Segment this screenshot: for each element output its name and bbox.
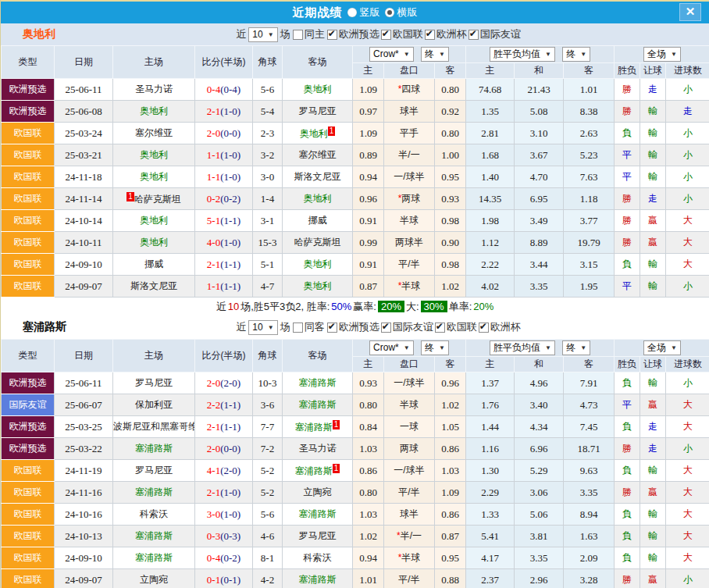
league-filter-checkbox[interactable]: 国际友谊	[381, 320, 433, 334]
league-filter-checkbox[interactable]: 欧洲杯	[425, 27, 467, 41]
league-filter-checkbox[interactable]: 欧国联	[435, 320, 477, 334]
goals-outcome: 小	[666, 372, 709, 394]
checkbox-icon[interactable]	[327, 30, 337, 40]
fulltime-score: 2-1	[207, 105, 220, 117]
result-outcome: 負	[615, 416, 640, 438]
handicap: 球半	[384, 504, 435, 526]
goals-outcome: 走	[666, 101, 709, 123]
checkbox-icon[interactable]	[435, 323, 445, 333]
home-odds: 1.03	[353, 438, 384, 460]
same-home-checkbox[interactable]: 同主	[293, 27, 325, 41]
avg-home: 2.37	[466, 569, 515, 588]
goals-outcome: 小	[666, 79, 709, 101]
home-team-name: 奥地利	[140, 171, 168, 182]
league-filter-checkbox[interactable]: 欧洲杯	[479, 320, 521, 334]
odds-group-header: Crow*▼ 终▼	[353, 340, 466, 357]
away-team: 塞尔维亚	[283, 144, 353, 166]
league-badge: 欧国联	[2, 123, 55, 144]
checkbox-label: 欧洲杯	[436, 27, 467, 41]
checkbox-icon[interactable]	[381, 323, 391, 333]
home-team: 塞浦路斯	[113, 526, 195, 547]
match-row: 欧洲预选 25-03-22 塞浦路斯 2-0(0-0) 7-2 圣马力诺 1.0…	[2, 438, 709, 460]
checkbox-icon[interactable]	[293, 323, 303, 333]
handicap: *半球	[384, 276, 435, 298]
final-odds-dropdown[interactable]: 终▼	[421, 47, 449, 62]
checkbox-icon[interactable]	[479, 323, 489, 333]
layout-radio-horizontal[interactable]: 横版	[385, 5, 418, 20]
score-cell: 5-1(1-1)	[195, 210, 253, 232]
final-value: 终	[566, 341, 575, 355]
league-filter-group: 欧洲预选国际友谊欧国联欧洲杯	[327, 320, 521, 334]
avg-away: 7.91	[564, 372, 615, 394]
final-odds-dropdown[interactable]: 终▼	[421, 340, 449, 355]
checkbox-icon[interactable]	[469, 30, 479, 40]
handicap-outcome: 贏	[640, 482, 666, 504]
bookmaker-dropdown[interactable]: Crow*▼	[369, 47, 414, 62]
checkbox-icon[interactable]	[293, 30, 303, 40]
match-row: 欧国联 24-11-16 塞浦路斯 2-1(1-0) 5-2 立陶宛 0.80 …	[2, 482, 709, 504]
result-outcome: 平	[615, 276, 640, 298]
fulltime-score: 2-1	[207, 421, 220, 433]
home-team-name: 波斯尼亚和黑塞哥维那	[113, 421, 195, 432]
same-away-checkbox[interactable]: 同客	[293, 320, 325, 334]
home-team-name: 立陶宛	[140, 574, 168, 585]
avg-home: 14.35	[466, 188, 515, 210]
avg-dropdown[interactable]: 胜平负均值▼	[490, 340, 555, 355]
checkbox-icon[interactable]	[327, 323, 337, 333]
scope-dropdown[interactable]: 全场▼	[643, 47, 681, 62]
league-badge: 欧国联	[2, 144, 55, 166]
match-date: 25-06-11	[55, 79, 113, 101]
away-team-name: 科索沃	[304, 552, 332, 563]
goals-outcome: 小	[666, 123, 709, 144]
fulltime-score: 2-2	[207, 399, 220, 411]
final-avg-dropdown[interactable]: 终▼	[562, 340, 590, 355]
home-team-name: 塞浦路斯	[135, 552, 173, 563]
avg-dropdown[interactable]: 胜平负均值▼	[490, 47, 555, 62]
handicap: 一/球半	[384, 166, 435, 188]
subheader-result: 胜负	[615, 63, 640, 79]
austria-section-bar: 奥地利 近 10▼ 场 同主 欧洲预选欧国联欧洲杯国际友谊	[1, 23, 709, 45]
match-row: 欧国联 24-11-14 1哈萨克斯坦 0-2(0-2) 1-4 奥地利 0.9…	[2, 188, 709, 210]
league-filter-checkbox[interactable]: 国际友谊	[469, 27, 521, 41]
home-odds: 0.91	[353, 210, 384, 232]
radio-checked-icon[interactable]	[385, 8, 394, 17]
cyprus-filters: 近 10▼ 场 同客 欧洲预选国际友谊欧国联欧洲杯	[189, 320, 520, 335]
result-outcome: 勝	[615, 188, 640, 210]
chevron-down-icon: ▼	[268, 324, 274, 331]
corners: 5-4	[253, 101, 283, 123]
league-badge: 欧国联	[2, 188, 55, 210]
summary-segment: 大:	[406, 300, 419, 314]
col-header-home: 主场	[113, 46, 195, 79]
checkbox-icon[interactable]	[381, 30, 391, 40]
match-row: 欧国联 25-03-21 奥地利 1-1(1-0) 3-2 塞尔维亚 0.89 …	[2, 144, 709, 166]
layout-radio-vertical[interactable]: 竖版	[347, 5, 380, 20]
away-team-name: 罗马尼亚	[299, 530, 337, 541]
away-team: 罗马尼亚	[283, 526, 353, 547]
radio-icon[interactable]	[347, 8, 357, 17]
scope-dropdown[interactable]: 全场▼	[643, 340, 681, 355]
close-icon[interactable]: ✕	[679, 3, 701, 21]
checkbox-icon[interactable]	[425, 30, 435, 40]
bookmaker-dropdown[interactable]: Crow*▼	[369, 340, 414, 355]
match-count-dropdown[interactable]: 10▼	[248, 27, 277, 42]
league-filter-checkbox[interactable]: 欧洲预选	[327, 27, 379, 41]
goals-outcome: 小	[666, 166, 709, 188]
radio-label: 竖版	[360, 5, 380, 20]
final-avg-dropdown[interactable]: 终▼	[562, 47, 590, 62]
halftime-score: (1-1)	[220, 258, 240, 270]
match-row: 欧洲预选 25-06-11 罗马尼亚 2-0(2-0) 10-3 塞浦路斯 0.…	[2, 372, 709, 394]
avg-group-header: 胜平负均值▼ 终▼	[466, 46, 615, 63]
match-count-dropdown[interactable]: 10▼	[248, 320, 277, 335]
odds-group-header: Crow*▼ 终▼	[353, 46, 466, 63]
score-cell: 2-1(1-0)	[195, 101, 253, 123]
away-team-name: 哈萨克斯坦	[294, 237, 341, 248]
league-badge: 欧国联	[2, 569, 55, 588]
away-odds: 0.96	[435, 372, 466, 394]
away-team-name: 塞浦路斯	[299, 574, 337, 585]
checkbox-label: 欧国联	[393, 27, 423, 41]
summary-segment: 单率:	[449, 300, 472, 314]
away-team-name: 塞浦路斯	[295, 422, 333, 433]
league-filter-checkbox[interactable]: 欧国联	[381, 27, 423, 41]
handicap-text: 半球	[401, 552, 420, 563]
league-filter-checkbox[interactable]: 欧洲预选	[327, 320, 379, 334]
